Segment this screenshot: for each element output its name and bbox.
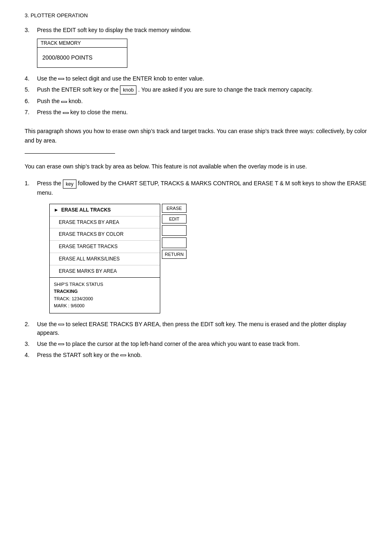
step-7-inline (63, 112, 69, 114)
erase-step-2-inline (58, 324, 64, 325)
step-5: 5. Push the ENTER soft key or the knob .… (25, 85, 367, 94)
step-5-inline: knob (120, 85, 136, 94)
status-mark: MARK : 9/6000 (54, 302, 156, 310)
erase-menu-item-4[interactable]: ERASE ALL MARKS/LINES (50, 253, 160, 265)
erase-step-2: 2. Use the to select ERASE TRACKS BY ARE… (25, 320, 367, 337)
erase-menu-wrapper: ►ERASE ALL TRACKSERASE TRACKS BY AREAERA… (49, 204, 367, 313)
status-title: SHIP'S TRACK STATUS (54, 281, 156, 288)
erase-step-4-text: Press the START soft key or the knob. (37, 351, 367, 359)
sidebar-btn-return[interactable]: RETURN (162, 250, 187, 259)
divider (25, 153, 115, 154)
step-3-num: 3. (25, 26, 37, 35)
erase-step-2-text: Use the to select ERASE TRACKS BY AREA, … (37, 320, 367, 337)
step-6-text: Push the knob. (37, 97, 367, 106)
status-track: TRACK: 1234/2000 (54, 295, 156, 303)
erase-step-1-text: Press the key followed by the CHART SETU… (37, 179, 367, 197)
paragraph-1: This paragraph shows you how to erase ow… (25, 127, 367, 145)
track-memory-body: 2000/8000 POINTS (37, 48, 127, 67)
step-5-text: Push the ENTER soft key or the knob . Yo… (37, 85, 367, 94)
step-7-text: Press the key to close the menu. (37, 108, 367, 117)
step-7: 7. Press the key to close the menu. (25, 108, 367, 117)
step-3: 3. Press the EDIT soft key to display th… (25, 26, 367, 35)
step-5-num: 5. (25, 85, 37, 94)
sidebar-btn-edit[interactable]: EDIT (162, 214, 187, 223)
erase-status: SHIP'S TRACK STATUS TRACKING TRACK: 1234… (50, 277, 160, 313)
step-4: 4. Use the to select digit and use the E… (25, 74, 367, 83)
erase-sidebar: ERASEEDITRETURN (162, 204, 187, 313)
sidebar-btn-blank-3 (162, 237, 187, 248)
erase-step-3-num: 3. (25, 340, 37, 348)
erase-menu-item-1[interactable]: ERASE TRACKS BY AREA (50, 216, 160, 229)
step-6: 6. Push the knob. (25, 97, 367, 106)
erase-step-3-inline (58, 343, 64, 345)
step-4-num: 4. (25, 74, 37, 83)
erase-step-2-num: 2. (25, 320, 37, 337)
erase-menu-item-0[interactable]: ►ERASE ALL TRACKS (50, 204, 160, 216)
step-4-text: Use the to select digit and use the ENTE… (37, 74, 367, 83)
erase-step-4-inline (120, 355, 126, 356)
step-6-inline (61, 101, 67, 103)
step-3-text: Press the EDIT soft key to display the t… (37, 26, 367, 35)
paragraph-2: You can erase own ship’s track by area a… (25, 162, 367, 171)
erase-step-1-num: 1. (25, 179, 37, 197)
erase-step-4: 4. Press the START soft key or the knob. (25, 351, 367, 359)
erase-menu-item-5[interactable]: ERASE MARKS BY AREA (50, 265, 160, 277)
erase-menu-item-3[interactable]: ERASE TARGET TRACKS (50, 241, 160, 253)
erase-step-4-num: 4. (25, 351, 37, 359)
step-4-inline (58, 78, 64, 80)
section-header: 3. PLOTTER OPERATION (25, 12, 367, 18)
erase-step-3-text: Use the to place the cursor at the top l… (37, 340, 367, 348)
track-memory-box: TRACK MEMORY 2000/8000 POINTS (37, 39, 127, 68)
step-6-num: 6. (25, 97, 37, 106)
track-memory-title: TRACK MEMORY (37, 39, 127, 48)
sidebar-btn-blank-2 (162, 225, 187, 236)
erase-menu-item-2[interactable]: ERASE TRACKS BY COLOR (50, 228, 160, 241)
arrow-icon: ► (54, 207, 59, 214)
sidebar-btn-erase[interactable]: ERASE (162, 204, 187, 213)
step-7-num: 7. (25, 108, 37, 117)
erase-step-1: 1. Press the key followed by the CHART S… (25, 179, 367, 197)
erase-step-3: 3. Use the to place the cursor at the to… (25, 340, 367, 348)
status-tracking: TRACKING (54, 288, 156, 295)
erase-step-1-inline: key (63, 180, 76, 189)
erase-menu-main: ►ERASE ALL TRACKSERASE TRACKS BY AREAERA… (49, 204, 160, 313)
